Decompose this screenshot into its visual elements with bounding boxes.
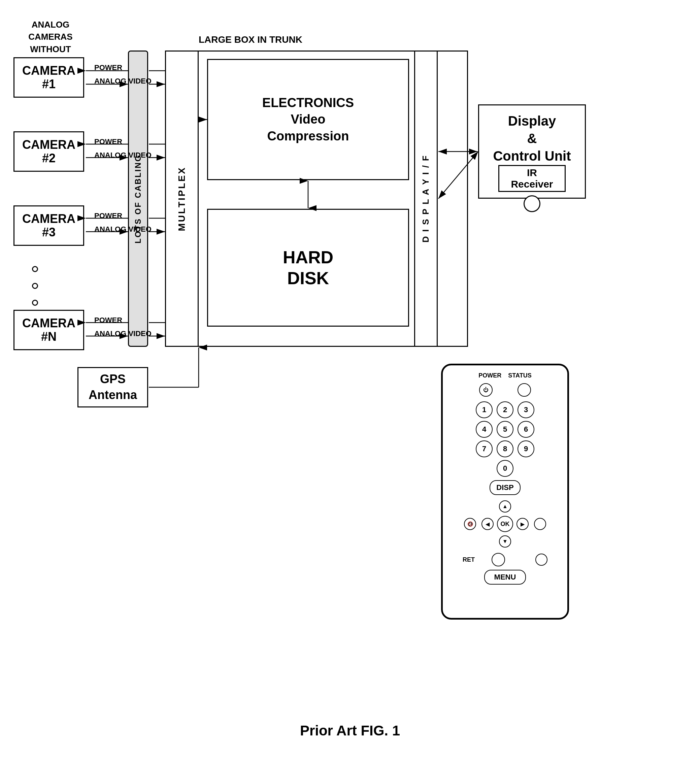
btn-7[interactable]: 7 (476, 440, 492, 457)
btn-2[interactable]: 2 (497, 401, 514, 418)
camera-n-box: CAMERA#N (14, 310, 84, 350)
camera-3-box: CAMERA#3 (14, 205, 84, 246)
electronics-box: ELECTRONICSVideoCompression (207, 59, 409, 180)
dpad-right[interactable]: ▶ (517, 518, 529, 530)
camera-2-label: CAMERA#2 (22, 138, 75, 165)
multiplex-box: MULTIPLEX (165, 50, 198, 347)
btn-1[interactable]: 1 (476, 401, 492, 418)
menu-button[interactable]: MENU (484, 570, 526, 584)
camera-1-box: CAMERA#1 (14, 57, 84, 98)
disp-button[interactable]: DISP (489, 480, 520, 495)
remote-control: POWER STATUS ⏻ 1 2 3 4 5 6 7 8 9 0 D (441, 364, 569, 620)
btn-5[interactable]: 5 (497, 421, 514, 438)
camera-1-label: CAMERA#1 (22, 64, 75, 91)
display-if-text: D I S P L A Y I / F (420, 155, 431, 242)
dpad-ok[interactable]: OK (497, 516, 513, 532)
camera-n-label: CAMERA#N (22, 317, 75, 343)
status-button[interactable] (517, 383, 531, 397)
figure-caption: Prior Art FIG. 1 (0, 723, 700, 739)
power-label: POWER (478, 372, 502, 379)
side-btn-left[interactable]: 🔇 (464, 518, 476, 530)
menu-row: MENU (484, 570, 526, 584)
ir-sensor (523, 195, 541, 212)
display-control-text: Display&Control Unit (493, 112, 571, 165)
display-if-box: D I S P L A Y I / F (414, 50, 438, 347)
side-btn-bottom-right[interactable] (535, 554, 547, 566)
dot-2 (32, 283, 38, 289)
dot-1 (32, 266, 38, 272)
btn-8[interactable]: 8 (497, 440, 514, 457)
btn-6[interactable]: 6 (517, 421, 534, 438)
btn-4[interactable]: 4 (476, 421, 492, 438)
side-btn-right[interactable] (534, 518, 546, 530)
cabling-box: LOTS OF CABLING (128, 50, 148, 347)
cam2-power-label: POWER (94, 137, 122, 146)
ret-label: RET (462, 556, 475, 563)
electronics-text: ELECTRONICSVideoCompression (262, 95, 354, 144)
ir-receiver-box: IRReceiver (498, 165, 566, 192)
cam3-power-label: POWER (94, 211, 122, 220)
dpad-down[interactable]: ▼ (499, 536, 511, 548)
dpad-up[interactable]: ▲ (499, 500, 511, 512)
disp-row: DISP (489, 480, 520, 495)
gps-text: GPSAntenna (89, 372, 137, 403)
remote-power-row: POWER STATUS (478, 372, 531, 379)
btn-3[interactable]: 3 (517, 401, 534, 418)
num-row-1: 1 2 3 (476, 401, 534, 418)
cam1-power-label: POWER (94, 63, 122, 72)
power-button[interactable]: ⏻ (479, 383, 492, 397)
status-label: STATUS (508, 372, 531, 379)
num-row-0: 0 (497, 460, 514, 477)
dpad-left[interactable]: ◀ (481, 518, 494, 530)
btn-0[interactable]: 0 (497, 460, 514, 477)
camera-2-box: CAMERA#2 (14, 131, 84, 172)
num-row-3: 7 8 9 (476, 440, 534, 457)
btn-9[interactable]: 9 (517, 440, 534, 457)
dpad-section: 🔇 ▲ ▼ ◀ ▶ OK (464, 498, 546, 550)
camn-power-label: POWER (94, 316, 122, 325)
ret-button[interactable] (492, 553, 505, 566)
large-box-label: LARGE BOX IN TRUNK (198, 34, 302, 45)
cam3-video-label: ANALOG VIDEO (94, 225, 152, 234)
camn-video-label: ANALOG VIDEO (94, 330, 152, 338)
multiplex-text: MULTIPLEX (177, 166, 187, 231)
num-row-2: 4 5 6 (476, 421, 534, 438)
camera-3-label: CAMERA#3 (22, 212, 75, 239)
ret-row: RET (446, 553, 564, 566)
remote-top-buttons-row: ⏻ (479, 383, 531, 397)
harddisk-box: HARDDISK (207, 209, 409, 326)
cam1-video-label: ANALOG VIDEO (94, 77, 152, 86)
cam2-video-label: ANALOG VIDEO (94, 151, 152, 159)
gps-antenna-box: GPSAntenna (77, 367, 148, 408)
dot-3 (32, 300, 38, 306)
harddisk-text: HARDDISK (283, 247, 333, 289)
dpad: ▲ ▼ ◀ ▶ OK (481, 500, 529, 548)
diagram-container: ANALOGCAMERAS WITHOUTCONTROL LARGE BOX I… (0, 0, 700, 759)
ir-receiver-text: IRReceiver (511, 167, 553, 190)
